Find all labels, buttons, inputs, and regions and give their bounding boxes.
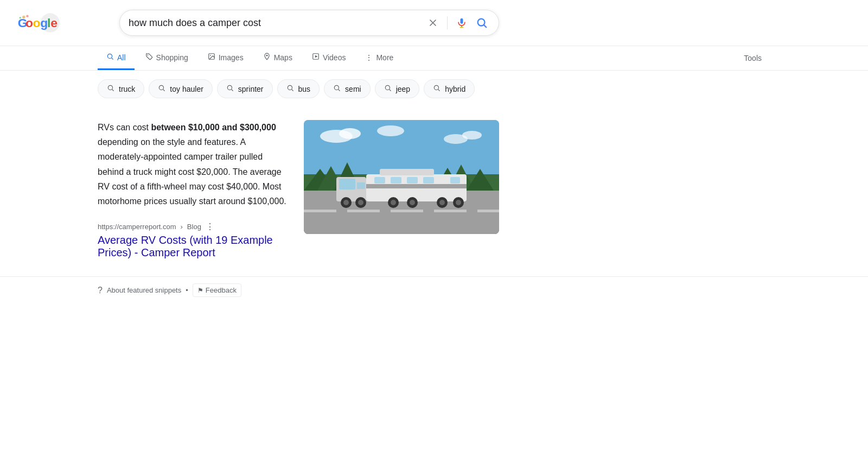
svg-rect-44	[347, 210, 380, 212]
svg-point-66	[410, 200, 415, 205]
feedback-icon: ⚑	[197, 287, 203, 294]
svg-text:o: o	[33, 16, 41, 30]
snippet-prefix: RVs can cost	[98, 123, 151, 132]
featured-snippet: RVs can cost between $10,000 and $300,00…	[98, 111, 499, 268]
snippet-text: RVs can cost between $10,000 and $300,00…	[98, 120, 286, 208]
svg-text:g: g	[40, 16, 48, 30]
svg-rect-56	[366, 184, 467, 188]
tab-all-label: All	[117, 53, 126, 62]
svg-rect-60	[423, 177, 434, 184]
svg-rect-50	[357, 182, 365, 189]
svg-point-70	[456, 200, 461, 205]
svg-rect-10	[461, 18, 463, 24]
chip-search-icon-4	[286, 84, 294, 93]
chip-search-icon-6	[384, 84, 392, 93]
top-bar: G o o g l e how much does a camper cost	[0, 0, 868, 46]
tab-shopping[interactable]: Shopping	[137, 46, 197, 70]
chip-hybrid-label: hybrid	[445, 85, 465, 93]
tab-shopping-label: Shopping	[156, 53, 188, 62]
dots-icon: ⋮	[365, 53, 373, 62]
chip-semi[interactable]: semi	[324, 79, 371, 98]
chip-search-icon-2	[158, 84, 165, 93]
svg-point-8	[26, 15, 28, 17]
chip-jeep-label: jeep	[396, 85, 410, 93]
dot-separator: •	[186, 286, 188, 294]
chip-search-icon-7	[433, 84, 441, 93]
search-input[interactable]: how much does a camper cost	[129, 17, 421, 29]
chip-jeep[interactable]: jeep	[375, 79, 419, 98]
svg-point-54	[358, 200, 363, 205]
snippet-suffix: depending on the style and features. A m…	[98, 137, 286, 206]
svg-point-68	[439, 200, 445, 205]
svg-rect-61	[450, 177, 460, 184]
source-breadcrumb-arrow: ›	[181, 223, 183, 231]
chip-sprinter-label: sprinter	[238, 85, 264, 93]
snippet-bold: between $10,000 and $300,000	[151, 123, 276, 132]
search-icon	[106, 53, 114, 62]
results-area: RVs can cost between $10,000 and $300,00…	[0, 107, 597, 272]
tab-more[interactable]: ⋮ More	[356, 47, 402, 70]
voice-search-button[interactable]	[454, 15, 469, 30]
result-link[interactable]: Average RV Costs (with 19 Example Prices…	[98, 234, 286, 259]
chip-search-icon-5	[333, 84, 341, 93]
svg-point-17	[210, 55, 211, 56]
svg-text:e: e	[50, 16, 58, 30]
svg-text:o: o	[25, 16, 33, 30]
search-divider	[447, 16, 448, 29]
svg-rect-59	[407, 177, 418, 184]
svg-rect-47	[477, 210, 499, 212]
related-searches: truck toy hauler sprinter bus	[0, 71, 868, 107]
tools-button[interactable]: Tools	[735, 47, 770, 69]
chip-search-icon-3	[226, 84, 234, 93]
feedback-label: Feedback	[206, 286, 237, 294]
chip-toy-hauler[interactable]: toy hauler	[149, 79, 212, 98]
chip-hybrid[interactable]: hybrid	[424, 79, 475, 98]
chip-search-icon	[107, 84, 114, 93]
svg-point-9	[19, 17, 21, 19]
search-clear-button[interactable]	[425, 15, 441, 30]
svg-point-7	[22, 16, 25, 18]
chip-bus[interactable]: bus	[277, 79, 320, 98]
svg-rect-49	[339, 179, 355, 189]
snippet-image	[304, 120, 499, 234]
svg-rect-45	[391, 210, 423, 212]
svg-rect-46	[434, 210, 467, 212]
search-submit-button[interactable]	[474, 15, 490, 31]
snippet-text-area: RVs can cost between $10,000 and $300,00…	[98, 120, 286, 259]
play-icon	[312, 53, 320, 62]
nav-tabs: All Shopping Images Maps	[0, 46, 868, 71]
feedback-button[interactable]: ⚑ Feedback	[193, 283, 241, 297]
tab-maps[interactable]: Maps	[254, 46, 301, 70]
pin-icon	[263, 53, 271, 62]
source-url-text: https://camperreport.com	[98, 223, 176, 231]
image-icon	[208, 53, 215, 62]
snippet-footer: ? About featured snippets • ⚑ Feedback	[0, 276, 868, 304]
tag-icon	[145, 53, 153, 62]
source-more-button[interactable]: ⋮	[206, 222, 214, 232]
svg-point-32	[377, 125, 404, 136]
svg-rect-43	[304, 210, 336, 212]
chip-truck-label: truck	[119, 85, 135, 93]
svg-point-15	[147, 55, 148, 56]
svg-point-31	[339, 128, 361, 139]
svg-rect-62	[380, 169, 434, 175]
chip-truck[interactable]: truck	[98, 79, 144, 98]
svg-point-64	[391, 200, 396, 205]
google-logo[interactable]: G o o g l e	[13, 7, 111, 39]
svg-point-34	[462, 131, 482, 140]
svg-rect-57	[374, 177, 385, 184]
source-breadcrumb: Blog	[187, 223, 201, 231]
svg-rect-58	[391, 177, 401, 184]
tab-videos-label: Videos	[323, 53, 346, 62]
tab-maps-label: Maps	[274, 53, 292, 62]
about-snippets-label: About featured snippets	[107, 286, 181, 294]
tab-more-label: More	[376, 53, 393, 62]
svg-marker-20	[315, 55, 318, 58]
chip-sprinter[interactable]: sprinter	[217, 79, 273, 98]
source-url: https://camperreport.com › Blog ⋮	[98, 217, 286, 232]
tab-images[interactable]: Images	[199, 46, 252, 70]
tab-images-label: Images	[219, 53, 244, 62]
chip-semi-label: semi	[345, 85, 361, 93]
tab-videos[interactable]: Videos	[303, 46, 355, 70]
tab-all[interactable]: All	[98, 46, 135, 70]
